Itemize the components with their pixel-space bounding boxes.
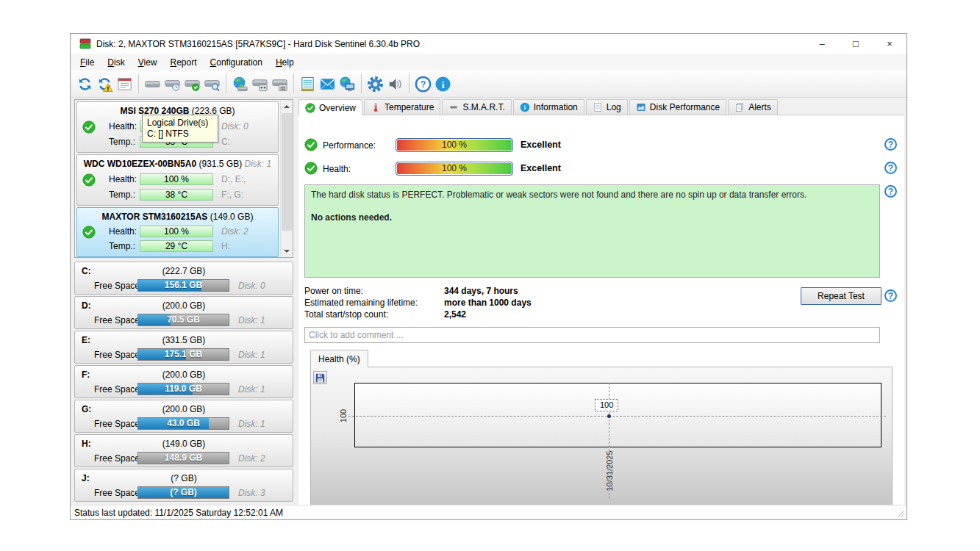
disk-number: Disk: 2 <box>238 453 265 464</box>
disk-icon <box>144 76 161 93</box>
disk-title: MAXTOR STM3160215AS (149.0 GB) <box>77 212 278 222</box>
disk-accept-button[interactable] <box>182 73 202 94</box>
help-icon[interactable]: ? <box>884 289 897 302</box>
disk-card-1[interactable]: WDC WD10EZEX-00BN5A0 (931.5 GB) Disk: 1 … <box>76 154 279 206</box>
volume-size: (200.0 GB) <box>75 404 293 414</box>
disk-list-scrollbar[interactable] <box>280 100 293 257</box>
volume-card-e[interactable]: E: (331.5 GB) Free Space 175.1 GB Disk: … <box>74 331 293 364</box>
disk-number: Disk: 1 <box>238 350 265 360</box>
tab-information[interactable]: i Information <box>513 99 584 115</box>
volume-size: (331.5 GB) <box>75 335 293 345</box>
tab-temperature[interactable]: Temperature <box>364 99 440 115</box>
network-status-icon <box>339 76 356 93</box>
stat-value: 2,542 <box>444 309 466 320</box>
free-space-label: Free Space <box>94 453 140 464</box>
volume-card-f[interactable]: F: (200.0 GB) Free Space 119.0 GB Disk: … <box>74 365 293 398</box>
tab-alerts[interactable]: Alerts <box>728 99 778 115</box>
menu-view[interactable]: View <box>132 55 164 70</box>
tab-log[interactable]: Log <box>586 99 628 115</box>
network-status-button[interactable] <box>337 73 357 94</box>
check-icon <box>305 103 315 113</box>
logical-drive-tooltip: Logical Drive(s) C: [] NTFS <box>142 115 218 143</box>
menu-help[interactable]: Help <box>269 55 301 70</box>
free-space-bar: 119.0 GB <box>137 383 229 395</box>
scroll-down-button[interactable] <box>281 245 293 257</box>
resize-grip[interactable] <box>896 509 905 518</box>
overview-panel: Performance: 100 % Excellent ? Health: 1… <box>298 115 904 505</box>
menu-report[interactable]: Report <box>164 55 204 70</box>
chart-tab-health[interactable]: Health (%) <box>310 350 368 367</box>
volume-card-j[interactable]: J: (? GB) Free Space (? GB) Disk: 3 <box>74 469 293 502</box>
close-button[interactable]: × <box>873 34 906 54</box>
disk-number: Disk: 3 <box>238 488 265 498</box>
scrollbar-thumb[interactable] <box>282 113 292 231</box>
volume-card-h[interactable]: H: (149.0 GB) Free Space 148.9 GB Disk: … <box>74 434 293 467</box>
report-button[interactable] <box>115 73 135 94</box>
info-icon: i <box>520 102 530 112</box>
minimize-button[interactable]: – <box>805 34 839 54</box>
volume-size: (200.0 GB) <box>75 370 293 380</box>
save-chart-button[interactable] <box>313 371 327 384</box>
help-icon[interactable]: ? <box>884 138 897 151</box>
network-disk-button[interactable] <box>230 73 250 94</box>
menu-file[interactable]: File <box>74 55 101 70</box>
health-bar: 100 % <box>140 226 213 237</box>
window-title: Disk: 2, MAXTOR STM3160215AS [5RA7KS9C] … <box>96 39 420 49</box>
stat-value: 344 days, 7 hours <box>444 286 518 296</box>
disk-search-button[interactable] <box>202 73 222 94</box>
maximize-button[interactable]: □ <box>839 34 873 54</box>
data-point-label: 100 <box>595 399 618 411</box>
repeat-test-button[interactable]: Repeat Test <box>801 287 881 305</box>
tab-smart[interactable]: S.M.A.R.T. <box>442 99 511 115</box>
performance-rating: Excellent <box>521 140 561 150</box>
sounds-button[interactable] <box>385 73 405 94</box>
drive-letters: C: <box>221 137 230 147</box>
free-space-label: Free Space <box>94 419 140 429</box>
app-window: Disk: 2, MAXTOR STM3160215AS [5RA7KS9C] … <box>70 33 907 520</box>
comment-input[interactable] <box>304 327 880 343</box>
help-icon[interactable]: ? <box>884 162 897 174</box>
disk-card-2-selected[interactable]: MAXTOR STM3160215AS (149.0 GB) Health: 1… <box>76 207 279 257</box>
x-axis-date-label: 10/31/2025 <box>605 444 614 497</box>
help-icon[interactable]: ? <box>884 185 897 198</box>
volume-card-d[interactable]: D: (200.0 GB) Free Space 70.5 GB Disk: 1 <box>74 296 293 329</box>
email-button[interactable] <box>318 73 337 94</box>
settings-button[interactable] <box>365 73 385 94</box>
disk-tools-button[interactable] <box>270 73 290 94</box>
tab-bar: Overview Temperature S.M.A.R.T. i Inform… <box>298 99 904 115</box>
tab-overview[interactable]: Overview <box>298 99 362 115</box>
drive-letters: F:, G: <box>221 190 243 200</box>
volume-card-c[interactable]: C: (222.7 GB) Free Space 156.1 GB Disk: … <box>74 262 293 295</box>
refresh-alert-icon <box>96 76 113 93</box>
scroll-up-button[interactable] <box>281 100 293 112</box>
toolbar: ? i <box>71 71 906 98</box>
chart-plot-area <box>354 383 881 447</box>
status-message-box: The hard disk status is PERFECT. Problem… <box>304 184 880 278</box>
toolbar-separator <box>361 74 362 93</box>
disk-button[interactable] <box>143 73 162 94</box>
tab-disk-performance[interactable]: Disk Performance <box>629 99 726 115</box>
information-button[interactable]: i <box>433 73 453 94</box>
health-label: Health: <box>323 164 351 174</box>
disk-hardware-button[interactable] <box>250 73 270 94</box>
status-bar-text: Status last updated: 11/1/2025 Saturday … <box>74 508 283 518</box>
disk-number: Disk: 2 <box>221 226 248 237</box>
free-space-bar: 156.1 GB <box>137 279 229 292</box>
svg-text:i: i <box>442 79 445 90</box>
refresh-alert-button[interactable] <box>95 73 115 94</box>
volume-card-g[interactable]: G: (200.0 GB) Free Space 43.0 GB Disk: 1 <box>74 400 293 433</box>
disk-search-icon <box>204 76 221 93</box>
menu-disk[interactable]: Disk <box>101 55 131 70</box>
help-button[interactable]: ? <box>413 73 433 94</box>
toolbar-separator <box>293 74 294 93</box>
refresh-button[interactable] <box>75 73 95 94</box>
log-notes-button[interactable] <box>298 73 318 94</box>
free-space-bar: 175.1 GB <box>137 348 229 361</box>
performance-label: Performance: <box>323 140 376 151</box>
disk-clock-button[interactable] <box>162 73 182 94</box>
disk-tools-icon <box>271 76 288 93</box>
save-floppy-icon <box>315 373 325 383</box>
free-space-label: Free Space <box>94 315 140 325</box>
alert-pages-icon <box>734 102 745 112</box>
menu-configuration[interactable]: Configuration <box>204 55 269 70</box>
